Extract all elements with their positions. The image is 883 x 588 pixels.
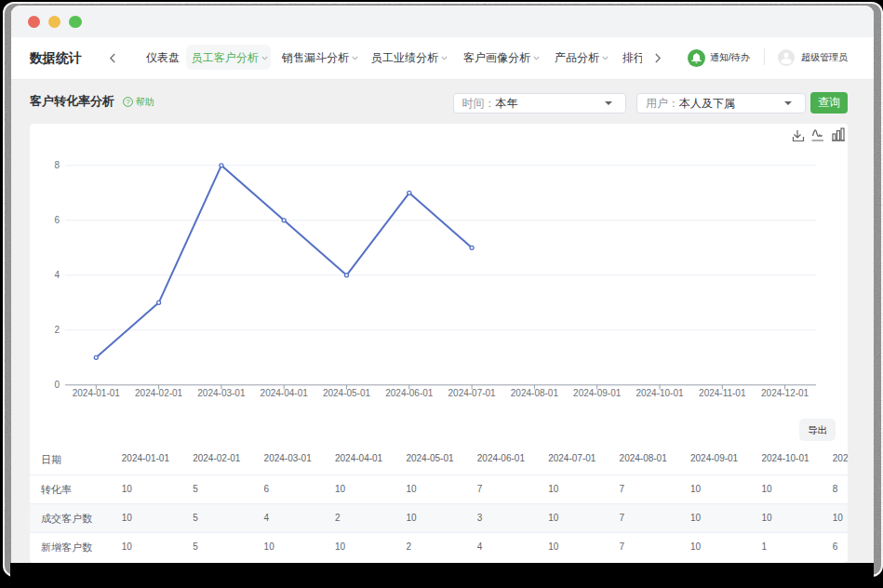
svg-text:2024-04-01: 2024-04-01 — [261, 388, 309, 398]
svg-text:2024-06-01: 2024-06-01 — [385, 388, 434, 398]
svg-text:8: 8 — [54, 160, 60, 170]
svg-text:2024-07-01: 2024-07-01 — [448, 388, 497, 398]
svg-text:0: 0 — [54, 380, 60, 390]
svg-text:2024-11-01: 2024-11-01 — [699, 388, 746, 398]
svg-text:2024-03-01: 2024-03-01 — [197, 388, 246, 398]
svg-text:4: 4 — [54, 270, 60, 280]
svg-text:2024-01-01: 2024-01-01 — [73, 388, 121, 398]
svg-text:2024-12-01: 2024-12-01 — [761, 388, 809, 398]
svg-text:2024-02-01: 2024-02-01 — [135, 388, 183, 398]
svg-text:2: 2 — [54, 325, 60, 335]
svg-text:2024-08-01: 2024-08-01 — [511, 388, 559, 398]
svg-text:2024-09-01: 2024-09-01 — [573, 388, 622, 398]
svg-text:?: ? — [126, 98, 129, 106]
svg-text:2024-10-01: 2024-10-01 — [635, 388, 684, 398]
svg-text:2024-05-01: 2024-05-01 — [323, 388, 371, 398]
svg-text:6: 6 — [54, 215, 60, 225]
